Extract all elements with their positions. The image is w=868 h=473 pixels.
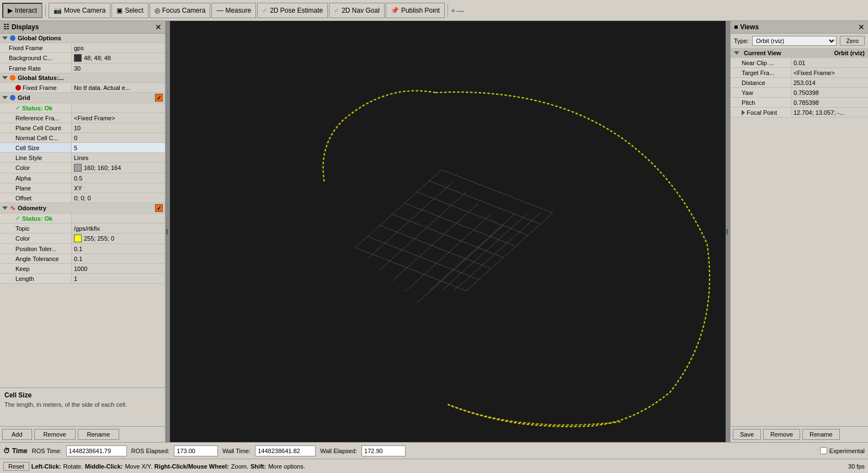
plane-value[interactable]: XY [72,183,165,193]
distance-value[interactable]: 253.014 [791,78,868,87]
select-icon: ▣ [116,7,123,14]
reset-button[interactable]: Reset [3,462,29,471]
right-panel: ■ Views ✕ Type: Orbit (rviz) Zero Curren… [730,21,868,442]
frame-rate-label: Frame Rate [0,63,72,73]
global-options-header[interactable]: Global Options [0,34,165,43]
current-view-header[interactable]: Current View Orbit (rviz) [731,49,868,58]
odometry-icon: ∿ [10,204,15,212]
pose-icon: ✓ [262,7,268,14]
move-camera-button[interactable]: 📷 Move Camera [49,3,110,18]
odo-color-label: Color [0,233,72,243]
focus-camera-button[interactable]: ◎ Focus Camera [150,3,211,18]
2d-pose-button[interactable]: ✓ 2D Pose Estimate [257,3,328,18]
expand-focal-icon [742,110,745,115]
plane-cell-count-value[interactable]: 10 [72,123,165,132]
offset-row: Offset 0; 0; 0 [0,193,165,203]
odometry-status-label: ✓ Status: Ok [0,214,72,223]
focal-point-value[interactable]: 12.704; 13.057; -... [791,108,868,117]
middle-click-label: Middle-Click: [85,463,123,470]
ros-elapsed-input[interactable] [174,445,218,456]
topic-value[interactable]: /gps/rtkfix [72,224,165,233]
reference-frame-row: Reference Fra... <Fixed Frame> [0,113,165,123]
line-style-row: Line Style Lines [0,153,165,163]
grid-color-row: Color 160; 160; 164 [0,163,165,173]
menu-icon[interactable]: — [456,6,464,15]
topic-row: Topic /gps/rtkfix [0,224,165,233]
fps-display: 30 fps [848,463,865,470]
cell-size-value[interactable]: 5 [72,143,165,152]
remove-view-button[interactable]: Remove [763,429,800,440]
measure-button[interactable]: ― Measure [211,3,256,18]
distance-label: Distance [731,78,791,87]
position-tol-label: Position Toler... [0,244,72,253]
2d-nav-button[interactable]: ✓ 2D Nav Goal [329,3,385,18]
pitch-value[interactable]: 0.785398 [791,98,868,107]
offset-value[interactable]: 0; 0; 0 [72,193,165,203]
close-views-icon[interactable]: ✕ [858,23,865,31]
odo-color-value: 255; 255; 0 [72,233,165,243]
views-zero-button[interactable]: Zero [840,36,865,46]
shift-label: Shift: [251,463,266,470]
alpha-value[interactable]: 0.5 [72,173,165,183]
add-display-button[interactable]: Add [2,429,32,440]
close-displays-icon[interactable]: ✕ [155,23,162,31]
grid-visible-checkbox[interactable]: ✓ [155,94,163,102]
viewport[interactable]: ▌ [166,21,730,442]
target-frame-value[interactable]: <Fixed Frame> [791,68,868,77]
frame-rate-value[interactable]: 30 [72,63,165,73]
left-panel: ☷ Displays ✕ Global Options Fixed Frame … [0,21,166,442]
reference-frame-value[interactable]: <Fixed Frame> [72,113,165,123]
main-area: ☷ Displays ✕ Global Options Fixed Frame … [0,21,868,442]
fixed-frame-row: Fixed Frame gps [0,43,165,53]
reference-frame-label: Reference Fra... [0,113,72,123]
time-header: ⏱ Time [3,447,28,455]
target-frame-label: Target Fra... [731,68,791,77]
wall-elapsed-input[interactable] [361,445,406,456]
odometry-header[interactable]: ∿ Odometry ✓ [0,203,165,214]
background-label: Background C... [0,53,72,63]
remove-display-button[interactable]: Remove [34,429,76,440]
desc-title: Cell Size [4,391,161,399]
description-panel: Cell Size The length, in meters, of the … [0,387,165,426]
ros-elapsed-label: ROS Elapsed: [131,448,170,454]
publish-button[interactable]: 📌 Publish Point [386,3,445,18]
pin-icon: 📌 [391,7,399,14]
background-color-swatch [74,54,82,62]
offset-label: Offset [0,193,72,203]
near-clip-value[interactable]: 0.01 [791,58,868,67]
interact-button[interactable]: ▶ Interact [2,3,42,18]
grid-color-value: 160; 160; 164 [72,163,165,173]
global-status-header[interactable]: Global Status:... [0,73,165,83]
keep-value[interactable]: 1000 [72,264,165,273]
length-row: Length 1 [0,274,165,284]
add-tool-icon[interactable]: + [451,6,455,15]
yaw-value[interactable]: 0.750398 [791,88,868,97]
expand-global-status-icon [2,76,8,79]
fixed-frame-value[interactable]: gps [72,43,165,52]
line-style-value[interactable]: Lines [72,153,165,162]
resize-left-handle[interactable]: ▌ [166,21,170,442]
wall-time-label: Wall Time: [222,448,251,454]
odo-color-row: Color 255; 255; 0 [0,233,165,244]
experimental-checkbox[interactable] [820,447,827,454]
length-value[interactable]: 1 [72,274,165,283]
save-view-button[interactable]: Save [733,429,761,440]
alpha-row: Alpha 0.5 [0,173,165,183]
select-button[interactable]: ▣ Select [111,3,148,18]
shift-value: More options. [268,463,305,470]
resize-right-handle[interactable]: ▌ [726,21,730,442]
rename-display-button[interactable]: Rename [78,429,120,440]
ros-time-input[interactable] [66,445,127,456]
keep-label: Keep [0,264,72,273]
views-type-select[interactable]: Orbit (rviz) [752,36,837,46]
global-options-icon [10,35,15,41]
rename-view-button[interactable]: Rename [802,429,840,440]
odometry-visible-checkbox[interactable]: ✓ [155,204,163,212]
grid-header[interactable]: Grid ✓ [0,93,165,103]
position-tol-value[interactable]: 0.1 [72,244,165,253]
angle-tol-value[interactable]: 0.1 [72,254,165,263]
left-click-value: Rotate. [63,463,83,470]
expand-odometry-icon [2,206,8,210]
normal-cell-value[interactable]: 0 [72,133,165,142]
wall-time-input[interactable] [255,445,316,456]
